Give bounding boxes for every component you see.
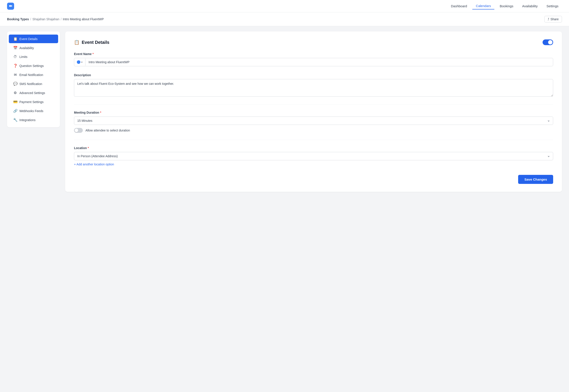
nav-calendars[interactable]: Calendars — [472, 3, 494, 10]
color-dot — [77, 60, 80, 64]
sidebar-item-label: Payment Settings — [19, 100, 44, 104]
color-picker[interactable]: ▾ — [74, 59, 85, 66]
sidebar-item-email-notification[interactable]: ✉ Email Notification — [9, 70, 58, 79]
content-area: 📋 Event Details Event Name * ▾ — [65, 31, 562, 388]
availability-icon: 📅 — [13, 46, 17, 50]
location-label: Location * — [74, 146, 553, 150]
breadcrumb-current: Intro Meeting about FluentWP — [63, 17, 104, 21]
nav-links: Dashboard Calendars Bookings Availabilit… — [447, 3, 562, 10]
description-section: Description — [74, 73, 553, 97]
sms-notification-icon: 💬 — [13, 82, 17, 86]
app-logo: ✏ — [7, 3, 14, 10]
meeting-duration-select[interactable]: 15 Minutes 30 Minutes 45 Minutes 60 Minu… — [74, 116, 553, 125]
sidebar: 📋 Event Details 📅 Availability ⏱ Limits … — [7, 31, 60, 127]
webhooks-feeds-icon: 🔗 — [13, 109, 17, 113]
event-details-icon: 📋 — [13, 37, 17, 41]
sidebar-item-label: Email Notification — [19, 73, 43, 77]
breadcrumb-user[interactable]: Shajahan Shajahan — [32, 17, 59, 21]
event-name-input[interactable] — [85, 58, 553, 66]
sidebar-item-label: Webhooks Feeds — [19, 109, 43, 113]
divider-1 — [74, 104, 553, 105]
allow-attendee-row: Allow attendee to select duration — [74, 128, 553, 133]
nav-bookings[interactable]: Bookings — [496, 3, 517, 9]
breadcrumb-bar: Booking Types / Shajahan Shajahan / Intr… — [0, 12, 569, 26]
nav-settings[interactable]: Settings — [543, 3, 562, 9]
sidebar-item-integrations[interactable]: 🔧 Integrations — [9, 116, 58, 124]
event-name-required: * — [93, 52, 94, 56]
sidebar-item-question-settings[interactable]: ❓ Question Settings — [9, 61, 58, 70]
payment-settings-icon: 💳 — [13, 100, 17, 104]
sidebar-item-limits[interactable]: ⏱ Limits — [9, 53, 58, 61]
advanced-settings-icon: ⚙ — [13, 91, 17, 95]
meeting-duration-select-wrapper: 15 Minutes 30 Minutes 45 Minutes 60 Minu… — [74, 116, 553, 125]
nav-availability[interactable]: Availability — [519, 3, 541, 9]
nav-dashboard[interactable]: Dashboard — [447, 3, 471, 9]
main-layout: 📋 Event Details 📅 Availability ⏱ Limits … — [0, 26, 569, 392]
breadcrumb: Booking Types / Shajahan Shajahan / Intr… — [7, 17, 104, 21]
share-button[interactable]: ⤴ Share — [544, 16, 562, 22]
description-textarea[interactable] — [74, 79, 553, 97]
sidebar-item-label: Integrations — [19, 118, 35, 122]
location-select[interactable]: In Person (Attendee Address) Online Meet… — [74, 152, 553, 160]
sidebar-item-sms-notification[interactable]: 💬 SMS Notification — [9, 80, 58, 88]
card-header: 📋 Event Details — [74, 39, 553, 45]
sidebar-item-webhooks-feeds[interactable]: 🔗 Webhooks Feeds — [9, 107, 58, 115]
sidebar-item-label: Question Settings — [19, 64, 44, 68]
chevron-down-icon: ▾ — [81, 61, 83, 64]
breadcrumb-sep1: / — [30, 17, 31, 21]
sidebar-item-label: Availability — [19, 46, 34, 50]
limits-icon: ⏱ — [13, 55, 17, 59]
breadcrumb-sep2: / — [61, 17, 61, 21]
sidebar-item-advanced-settings[interactable]: ⚙ Advanced Settings — [9, 88, 58, 97]
save-changes-button[interactable]: Save Changes — [518, 175, 553, 184]
share-icon: ⤴ — [548, 17, 549, 21]
description-label: Description — [74, 73, 553, 77]
location-section: Location * In Person (Attendee Address) … — [74, 146, 553, 166]
sidebar-item-availability[interactable]: 📅 Availability — [9, 44, 58, 52]
top-navigation: ✏ Dashboard Calendars Bookings Availabil… — [0, 0, 569, 12]
sidebar-item-label: Limits — [19, 55, 28, 59]
event-name-label: Event Name * — [74, 52, 553, 56]
question-settings-icon: ❓ — [13, 64, 17, 68]
sidebar-item-payment-settings[interactable]: 💳 Payment Settings — [9, 98, 58, 106]
event-name-section: Event Name * ▾ — [74, 52, 553, 66]
sidebar-item-label: Event Details — [19, 37, 37, 41]
allow-attendee-label: Allow attendee to select duration — [85, 129, 130, 132]
save-bar: Save Changes — [74, 175, 553, 184]
allow-attendee-toggle[interactable] — [74, 128, 83, 133]
card-title-icon: 📋 — [74, 40, 80, 45]
meeting-duration-section: Meeting Duration * 15 Minutes 30 Minutes… — [74, 111, 553, 133]
event-details-card: 📋 Event Details Event Name * ▾ — [65, 31, 562, 192]
sidebar-item-event-details[interactable]: 📋 Event Details — [9, 35, 58, 43]
add-location-link[interactable]: + Add another location option — [74, 163, 114, 166]
meeting-duration-required: * — [100, 111, 101, 114]
sidebar-item-label: Advanced Settings — [19, 91, 45, 95]
email-notification-icon: ✉ — [13, 73, 17, 77]
breadcrumb-root[interactable]: Booking Types — [7, 17, 29, 21]
card-title: 📋 Event Details — [74, 40, 110, 45]
event-details-toggle[interactable] — [542, 39, 553, 45]
sidebar-item-label: SMS Notification — [19, 82, 42, 86]
location-select-wrapper: In Person (Attendee Address) Online Meet… — [74, 152, 553, 160]
location-required: * — [88, 146, 89, 150]
integrations-icon: 🔧 — [13, 118, 17, 122]
meeting-duration-label: Meeting Duration * — [74, 111, 553, 114]
divider-2 — [74, 140, 553, 140]
event-name-input-wrapper: ▾ — [74, 58, 553, 66]
